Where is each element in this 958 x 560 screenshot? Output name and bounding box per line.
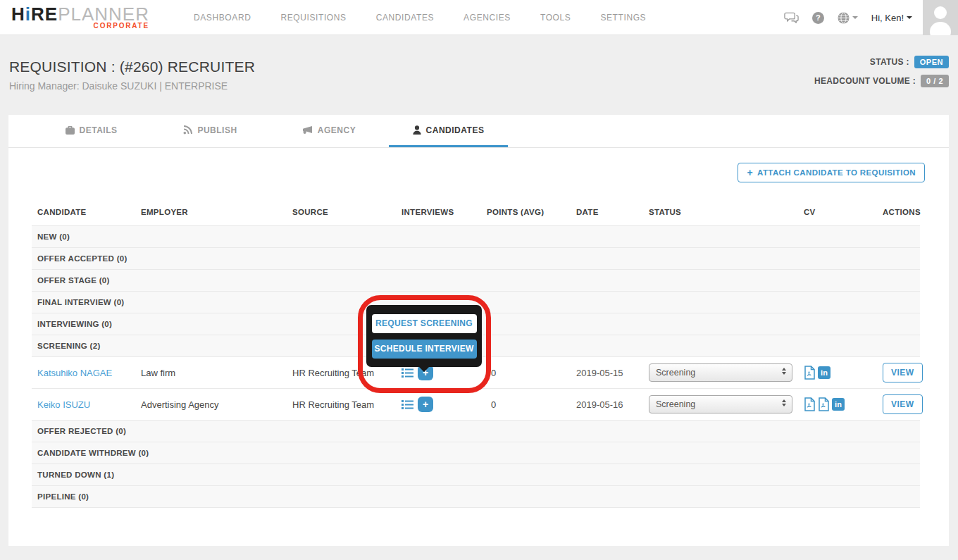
col-source: SOURCE (287, 208, 396, 226)
globe-caret-icon (852, 16, 858, 19)
rss-icon (183, 125, 192, 135)
interview-list-icon[interactable] (402, 368, 413, 378)
interview-list-icon[interactable] (402, 399, 413, 410)
col-interviews: INTERVIEWS (396, 208, 481, 226)
col-status: STATUS (643, 208, 798, 226)
nav-dashboard[interactable]: DASHBOARD (194, 13, 251, 23)
user-icon (413, 125, 421, 135)
logo-wordmark: HiREPLANNER (11, 5, 149, 23)
col-date: DATE (571, 208, 643, 226)
logo-re: RE (31, 4, 58, 25)
messages-icon[interactable] (784, 12, 799, 23)
linkedin-icon[interactable]: in (818, 366, 831, 379)
candidate-name-link[interactable]: Keiko ISUZU (37, 399, 90, 410)
avatar[interactable] (923, 0, 958, 35)
nav-settings[interactable]: SETTINGS (600, 13, 646, 23)
attach-candidate-button[interactable]: + ATTACH CANDIDATE TO REQUISITION (738, 163, 925, 182)
col-candidate: CANDIDATE (32, 208, 135, 226)
headcount-badge: 0 / 2 (921, 75, 949, 87)
user-menu[interactable]: Hi, Ken! (871, 13, 912, 23)
nav-requisitions[interactable]: REQUISITIONS (280, 13, 346, 23)
select-spinner-icon (782, 368, 786, 375)
pdf-icon[interactable] (804, 366, 816, 380)
requisition-meta-block: STATUS : OPEN HEADCOUNT VOLUME : 0 / 2 (814, 56, 949, 94)
tab-details[interactable]: DETAILS (32, 115, 151, 147)
pdf-icon[interactable] (804, 397, 816, 411)
hireplanner-logo[interactable]: HiREPLANNER CORPORATE (11, 5, 149, 30)
nav-agencies[interactable]: AGENCIES (464, 13, 511, 23)
nav-candidates[interactable]: CANDIDATES (376, 13, 434, 23)
col-cv: CV (798, 208, 877, 226)
request-screening-button[interactable]: REQUEST SCREENING (372, 314, 477, 333)
requisition-title-block: REQUISITION : (#260) RECRUITER Hiring Ma… (9, 58, 255, 92)
status-dropdown-value: Screening (656, 399, 695, 409)
tab-details-label: DETAILS (80, 125, 118, 135)
user-greeting: Hi, Ken! (871, 13, 904, 23)
tab-candidates[interactable]: CANDIDATES (389, 115, 508, 147)
select-spinner-icon (782, 399, 786, 406)
requisition-header: REQUISITION : (#260) RECRUITER Hiring Ma… (0, 35, 958, 115)
view-button[interactable]: VIEW (883, 363, 923, 382)
attach-candidate-label: ATTACH CANDIDATE TO REQUISITION (757, 168, 916, 177)
view-button[interactable]: VIEW (883, 394, 923, 414)
group-row-candidate-withdrew: CANDIDATE WITHDREW (0) (32, 442, 920, 464)
table-header-row: CANDIDATE EMPLOYER SOURCE INTERVIEWS POI… (32, 208, 920, 226)
group-row-offer-rejected: OFFER REJECTED (0) (32, 421, 920, 442)
language-globe-icon[interactable] (838, 12, 858, 24)
group-row-offer-stage: OFFER STAGE (0) (32, 270, 920, 292)
candidate-employer: Advertising Agency (135, 389, 287, 421)
schedule-interview-button[interactable]: SCHEDULE INTERVIEW (372, 340, 477, 359)
interview-actions-popover: REQUEST SCREENING SCHEDULE INTERVIEW (366, 305, 482, 367)
page-subtitle: Hiring Manager: Daisuke SUZUKI | ENTERPR… (9, 80, 255, 92)
candidate-points: 0 (481, 357, 571, 389)
briefcase-icon (66, 126, 75, 135)
group-row-pipeline: PIPELINE (0) (32, 486, 920, 508)
status-badge: OPEN (914, 56, 949, 68)
main-nav: DASHBOARD REQUISITIONS CANDIDATES AGENCI… (194, 0, 646, 35)
candidate-name-link[interactable]: Katsuhiko NAGAE (37, 368, 112, 378)
group-row-new: NEW (0) (32, 226, 920, 248)
tab-publish-label: PUBLISH (197, 125, 237, 135)
col-actions: ACTIONS (877, 208, 920, 226)
status-dropdown[interactable]: Screening (649, 363, 792, 382)
page-title: REQUISITION : (#260) RECRUITER (9, 58, 255, 75)
group-row-turned-down: TURNED DOWN (1) (32, 464, 920, 486)
user-caret-icon (907, 16, 912, 19)
status-dropdown-value: Screening (656, 368, 695, 378)
logo-i: i (25, 4, 31, 25)
plus-icon: + (747, 167, 753, 178)
group-row-offer-accepted: OFFER ACCEPTED (0) (32, 248, 920, 270)
candidate-source: HR Recruiting Team (287, 389, 396, 421)
col-points: POINTS (AVG) (481, 208, 571, 226)
tab-agency[interactable]: AGENCY (270, 115, 389, 147)
top-navbar: HiREPLANNER CORPORATE DASHBOARD REQUISIT… (0, 0, 958, 35)
nav-right-cluster: ? Hi, Ken! (784, 0, 912, 35)
tab-candidates-label: CANDIDATES (426, 125, 485, 135)
headcount-line: HEADCOUNT VOLUME : 0 / 2 (814, 75, 949, 87)
add-interview-button[interactable]: + (418, 397, 433, 412)
candidate-points: 0 (481, 389, 571, 421)
page: HiREPLANNER CORPORATE DASHBOARD REQUISIT… (0, 0, 958, 560)
candidate-employer: Law firm (135, 357, 287, 389)
headcount-label: HEADCOUNT VOLUME : (814, 76, 916, 86)
pdf-icon[interactable] (818, 397, 830, 411)
megaphone-icon (303, 126, 313, 135)
candidate-date: 2019-05-15 (571, 357, 643, 389)
candidate-date: 2019-05-16 (571, 389, 643, 421)
status-dropdown[interactable]: Screening (649, 395, 792, 413)
status-line: STATUS : OPEN (814, 56, 949, 68)
tab-agency-label: AGENCY (318, 125, 356, 135)
candidate-row: Keiko ISUZU Advertising Agency HR Recrui… (32, 389, 920, 421)
linkedin-icon[interactable]: in (832, 398, 845, 411)
tab-publish[interactable]: PUBLISH (151, 115, 270, 147)
logo-h: H (11, 4, 25, 25)
nav-tools[interactable]: TOOLS (540, 13, 571, 23)
tab-bar: DETAILS PUBLISH AGENCY CANDIDATES (8, 115, 949, 148)
status-label: STATUS : (870, 57, 909, 67)
col-employer: EMPLOYER (135, 208, 287, 226)
help-icon[interactable]: ? (812, 12, 824, 24)
